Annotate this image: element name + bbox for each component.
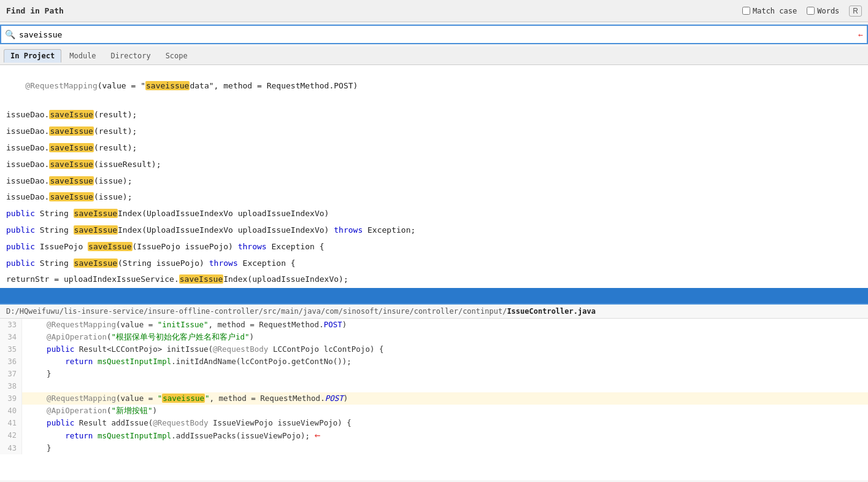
- search-arrow-indicator: ←: [858, 30, 863, 39]
- code-line: 40 @ApiOperation("新增按钮"): [0, 405, 868, 417]
- result-item[interactable]: public IssuePojo saveIssue(IssuePojo iss…: [0, 239, 868, 255]
- words-option[interactable]: Words: [807, 7, 839, 15]
- search-bar: 🔍 ←: [0, 25, 868, 44]
- line-number: 35: [0, 343, 22, 356]
- result-item[interactable]: issueDao.saveIssue(issue);: [0, 173, 868, 190]
- code-preview: 33 @RequestMapping(value = "initIssue", …: [0, 319, 868, 480]
- find-in-path-title: Find in Path: [6, 6, 64, 15]
- regex-button[interactable]: R: [849, 6, 862, 17]
- file-name: IssueController.java: [507, 307, 596, 316]
- line-code: @RequestMapping(value = "initIssue", met…: [22, 319, 868, 331]
- search-input[interactable]: [19, 30, 858, 39]
- header-options: Match case Words R: [742, 6, 862, 17]
- code-line-highlighted: 39 @RequestMapping(value = "saveissue", …: [0, 392, 868, 405]
- line-code: }: [22, 442, 868, 454]
- result-item[interactable]: issueDao.saveIssue(issueResult);: [0, 157, 868, 173]
- result-item[interactable]: public String saveIssueIndex(UploadIssue…: [0, 222, 868, 239]
- tab-in-project[interactable]: In Project: [4, 49, 61, 63]
- match-case-checkbox[interactable]: [742, 7, 750, 15]
- line-code: [22, 380, 868, 392]
- result-item[interactable]: issueDao.saveIssue(result);: [0, 107, 868, 123]
- code-line: 41 public Result addIssue(@RequestBody I…: [0, 417, 868, 429]
- line-code: return msQuestInputImpl.initIdAndName(lc…: [22, 356, 868, 368]
- line-code: }: [22, 368, 868, 380]
- code-line: 43 }: [0, 442, 868, 454]
- header-bar: Find in Path Match case Words R: [0, 0, 868, 22]
- line-number: 36: [0, 356, 22, 368]
- tab-scope[interactable]: Scope: [159, 49, 194, 63]
- line-number: 39: [0, 392, 22, 405]
- line-number: 41: [0, 417, 22, 429]
- tabs-bar: In Project Module Directory Scope: [0, 47, 868, 65]
- code-line: 34 @ApiOperation("根据保单号初始化客户姓名和客户id"): [0, 331, 868, 343]
- file-path: D:/HQweifuwu/lis-insure-service/insure-o…: [6, 307, 596, 316]
- match-case-option[interactable]: Match case: [742, 7, 797, 15]
- line-number: 43: [0, 442, 22, 454]
- tab-module[interactable]: Module: [63, 49, 102, 63]
- code-line: 35 public Result<LCContPojo> initIssue(@…: [0, 343, 868, 356]
- line-number: 42: [0, 429, 22, 442]
- result-item[interactable]: issueDao.saveIssue(result);: [0, 123, 868, 140]
- code-line: 33 @RequestMapping(value = "initIssue", …: [0, 319, 868, 331]
- words-label: Words: [817, 7, 839, 15]
- result-item-selected[interactable]: @RequestMapping(value = "saveissue", met…: [0, 288, 868, 305]
- match-case-label: Match case: [753, 7, 797, 15]
- line-code: @RequestMapping(value = "saveissue", met…: [22, 392, 868, 405]
- results-list: @RequestMapping(value = "saveissuedata",…: [0, 65, 868, 305]
- line-code: public Result addIssue(@RequestBody Issu…: [22, 417, 868, 429]
- line-number: 38: [0, 380, 22, 392]
- line-code: @ApiOperation("新增按钮"): [22, 405, 868, 417]
- line-number: 37: [0, 368, 22, 380]
- line-number: 33: [0, 319, 22, 331]
- tab-directory[interactable]: Directory: [104, 49, 158, 63]
- result-item[interactable]: issueDao.saveIssue(result);: [0, 140, 868, 157]
- line-code: public Result<LCContPojo> initIssue(@Req…: [22, 343, 868, 356]
- result-item[interactable]: returnStr = uploadIndexIssueService.save…: [0, 271, 868, 288]
- line-code: @ApiOperation("根据保单号初始化客户姓名和客户id"): [22, 331, 868, 343]
- result-item[interactable]: issueDao.saveIssue(issue);: [0, 189, 868, 206]
- words-checkbox[interactable]: [807, 7, 815, 15]
- line-code: return msQuestInputImpl.addIssuePacks(is…: [22, 429, 868, 442]
- code-line: 37 }: [0, 368, 868, 380]
- result-item[interactable]: public String saveIssue(String issuePojo…: [0, 255, 868, 272]
- result-item[interactable]: public String saveIssueIndex(UploadIssue…: [0, 206, 868, 222]
- code-line: 38: [0, 380, 868, 392]
- code-line: 36 return msQuestInputImpl.initIdAndName…: [0, 356, 868, 368]
- line-number: 40: [0, 405, 22, 417]
- search-icon: 🔍: [5, 29, 15, 39]
- result-item[interactable]: @RequestMapping(value = "saveissuedata",…: [0, 65, 868, 107]
- code-line: 42 return msQuestInputImpl.addIssuePacks…: [0, 429, 868, 442]
- line-number: 34: [0, 331, 22, 343]
- file-path-bar: D:/HQweifuwu/lis-insure-service/insure-o…: [0, 305, 868, 319]
